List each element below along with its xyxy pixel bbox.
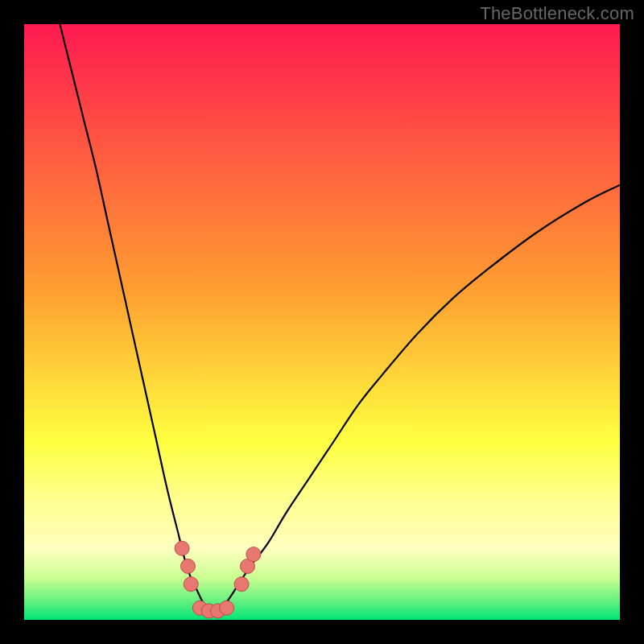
plot-svg xyxy=(24,24,620,620)
gradient-background xyxy=(24,24,620,620)
watermark-text: TheBottleneck.com xyxy=(480,3,634,24)
data-marker xyxy=(175,541,189,555)
data-marker xyxy=(181,559,196,573)
data-marker xyxy=(184,577,198,592)
plot-area xyxy=(24,24,620,620)
chart-frame: TheBottleneck.com xyxy=(0,0,644,644)
data-marker xyxy=(220,601,234,615)
data-marker xyxy=(246,547,261,562)
data-marker xyxy=(234,577,249,592)
